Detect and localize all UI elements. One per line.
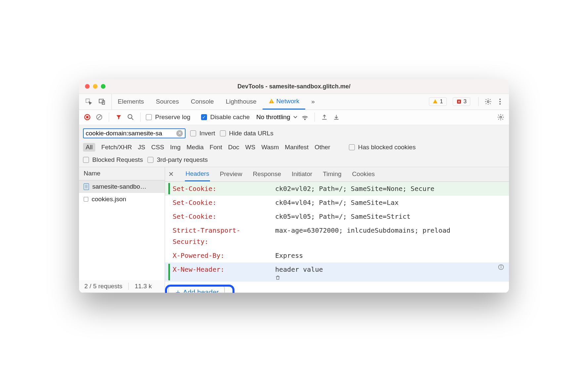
download-har-icon[interactable] [332, 113, 341, 121]
type-filter-img[interactable]: Img [170, 144, 181, 151]
request-name: samesite-sandbo… [92, 183, 147, 190]
status-requests: 2 / 5 requests [84, 283, 122, 290]
settings-icon[interactable] [484, 97, 492, 106]
svg-rect-11 [86, 116, 89, 118]
detail-tab-cookies[interactable]: Cookies [352, 167, 376, 181]
request-list: Name samesite-sandbo… cookies.json 2 / 5… [79, 167, 165, 293]
content-split: Name samesite-sandbo… cookies.json 2 / 5… [79, 167, 509, 293]
header-row[interactable]: Set-Cookie: ck02=vl02; Path=/; SameSite=… [165, 182, 509, 196]
chevron-down-icon[interactable] [293, 116, 297, 118]
filter-icon[interactable] [114, 113, 123, 121]
type-filter-manifest[interactable]: Manifest [285, 144, 309, 151]
type-filter-js[interactable]: JS [138, 144, 145, 151]
headers-list: Set-Cookie: ck02=vl02; Path=/; SameSite=… [165, 182, 509, 293]
panel-tabs: Elements Sources Console Lighthouse Netw… [79, 94, 509, 110]
header-value: ck04=vl04; Path=/; SameSite=Lax [275, 197, 504, 208]
record-icon[interactable] [83, 113, 92, 121]
header-name: Strict-Transport-Security: [173, 225, 275, 247]
header-name: X-New-Header: [173, 264, 275, 280]
request-row[interactable]: cookies.json [79, 193, 165, 206]
header-name: Set-Cookie: [173, 183, 275, 194]
header-value: Express [275, 250, 504, 261]
delete-header-icon[interactable] [275, 275, 495, 280]
throttling-select[interactable]: No throttling [256, 114, 290, 121]
hide-data-urls-label: Hide data URLs [229, 130, 273, 137]
invert-checkbox[interactable] [190, 130, 196, 136]
header-name: Set-Cookie: [173, 211, 275, 222]
header-row[interactable]: Set-Cookie: ck04=vl04; Path=/; SameSite=… [165, 196, 509, 209]
request-row[interactable]: samesite-sandbo… [79, 180, 165, 193]
more-tabs-button[interactable]: » [305, 94, 321, 110]
filter-input-wrap: ✕ [83, 128, 186, 138]
tab-sources[interactable]: Sources [150, 94, 185, 110]
detail-tabs: ✕ Headers Preview Response Initiator Tim… [165, 167, 509, 182]
type-filter-css[interactable]: CSS [151, 144, 164, 151]
network-settings-icon[interactable] [496, 113, 505, 121]
clear-filter-icon[interactable]: ✕ [176, 130, 183, 137]
network-conditions-icon[interactable] [301, 113, 309, 121]
blocked-requests-checkbox[interactable] [83, 157, 89, 163]
errors-badge[interactable]: 3 [453, 97, 470, 106]
maximize-window-icon[interactable] [101, 84, 105, 89]
tab-elements[interactable]: Elements [112, 94, 150, 110]
header-row[interactable]: Strict-Transport-Security: max-age=63072… [165, 223, 509, 249]
json-file-icon [84, 197, 88, 202]
svg-line-13 [97, 115, 101, 119]
type-filter-ws[interactable]: WS [245, 144, 256, 151]
type-filter-fetchxhr[interactable]: Fetch/XHR [101, 144, 132, 151]
request-list-header: Name [79, 167, 165, 180]
close-window-icon[interactable] [85, 84, 90, 89]
tab-lighthouse[interactable]: Lighthouse [220, 94, 263, 110]
type-filter-font[interactable]: Font [210, 144, 222, 151]
kebab-menu-icon[interactable] [496, 97, 504, 106]
upload-har-icon[interactable] [320, 113, 329, 121]
svg-point-6 [487, 101, 489, 103]
type-filter-doc[interactable]: Doc [228, 144, 239, 151]
hide-data-urls-checkbox[interactable] [220, 130, 226, 136]
tab-console[interactable]: Console [185, 94, 220, 110]
titlebar: DevTools - samesite-sandbox.glitch.me/ [79, 79, 509, 94]
detail-tab-preview[interactable]: Preview [219, 167, 243, 181]
svg-point-9 [499, 103, 501, 105]
header-row[interactable]: Set-Cookie: ck05=vl05; Path=/; SameSite=… [165, 209, 509, 223]
add-header-button[interactable]: ＋ Add header [168, 286, 225, 293]
svg-point-7 [499, 99, 501, 100]
type-filter-wasm[interactable]: Wasm [261, 144, 279, 151]
inspect-element-icon[interactable] [84, 97, 93, 106]
header-row[interactable]: X-Powered-By: Express [165, 249, 509, 262]
header-row[interactable]: X-New-Header: header value [165, 262, 509, 282]
clear-icon[interactable] [95, 113, 104, 121]
third-party-checkbox[interactable] [147, 157, 153, 163]
type-filter-media[interactable]: Media [187, 144, 204, 151]
has-blocked-cookies-label: Has blocked cookies [358, 144, 416, 151]
warnings-badge[interactable]: 1 [429, 97, 446, 106]
disable-cache-label: Disable cache [210, 114, 250, 121]
has-blocked-cookies-checkbox[interactable] [349, 144, 355, 150]
document-icon [84, 183, 89, 190]
type-filter-all[interactable]: All [83, 143, 95, 152]
detail-tab-timing[interactable]: Timing [322, 167, 342, 181]
error-icon [456, 99, 462, 104]
svg-point-17 [500, 116, 502, 118]
third-party-label: 3rd-party requests [157, 156, 208, 163]
header-name: Set-Cookie: [173, 197, 275, 208]
detail-tab-response[interactable]: Response [252, 167, 282, 181]
search-icon[interactable] [126, 113, 135, 121]
svg-point-16 [305, 119, 306, 120]
svg-rect-3 [271, 100, 272, 102]
warning-icon [433, 99, 438, 104]
header-value: ck05=vl05; Path=/; SameSite=Strict [275, 211, 504, 222]
filter-input[interactable] [86, 130, 174, 137]
detail-tab-initiator[interactable]: Initiator [291, 167, 313, 181]
info-icon[interactable] [498, 264, 504, 280]
type-filter-other[interactable]: Other [315, 144, 330, 151]
detail-tab-headers[interactable]: Headers [185, 167, 210, 181]
tab-network[interactable]: Network [263, 94, 306, 110]
invert-label: Invert [199, 130, 215, 137]
close-detail-icon[interactable]: ✕ [168, 170, 176, 178]
preserve-log-checkbox[interactable] [146, 114, 152, 120]
minimize-window-icon[interactable] [93, 84, 98, 89]
device-toolbar-icon[interactable] [98, 97, 106, 106]
header-name: X-Powered-By: [173, 250, 275, 261]
disable-cache-checkbox[interactable]: ✓ [201, 114, 207, 120]
